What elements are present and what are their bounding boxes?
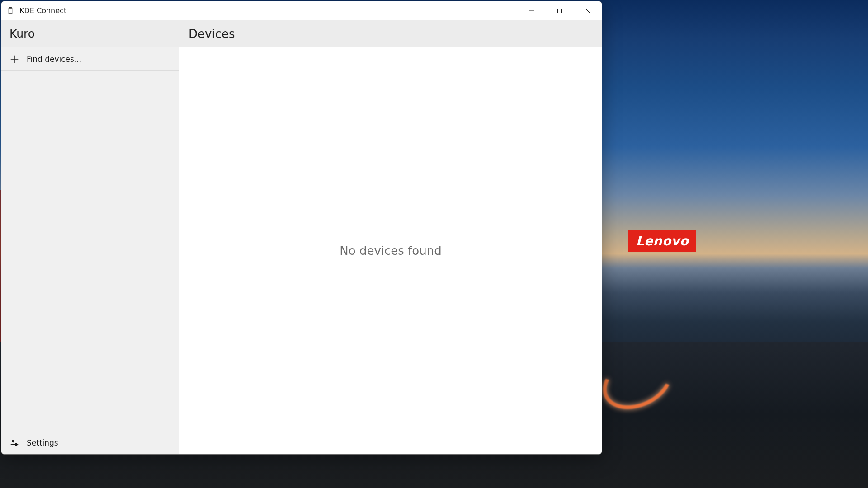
svg-point-12	[15, 443, 17, 445]
local-device-name: Kuro	[9, 27, 35, 40]
sidebar-header: Kuro	[1, 20, 179, 47]
main-panel: Devices No devices found	[179, 20, 602, 454]
main-header-title: Devices	[189, 27, 235, 41]
kde-connect-window: KDE Connect Kuro Fin	[1, 1, 602, 455]
devices-empty-state: No devices found	[340, 244, 441, 258]
find-devices-item[interactable]: Find devices...	[1, 47, 179, 71]
plus-icon	[9, 54, 19, 64]
settings-label: Settings	[27, 438, 58, 447]
lenovo-logo: Lenovo	[628, 230, 696, 252]
maximize-button[interactable]	[546, 1, 574, 20]
svg-rect-4	[558, 9, 562, 13]
titlebar[interactable]: KDE Connect	[1, 1, 602, 20]
close-button[interactable]	[574, 1, 602, 20]
app-icon	[6, 6, 15, 15]
minimize-button[interactable]	[518, 1, 546, 20]
window-title: KDE Connect	[19, 6, 66, 15]
svg-point-10	[12, 440, 14, 442]
sidebar: Kuro Find devices...	[1, 20, 179, 454]
devices-content-area: No devices found	[179, 47, 602, 454]
settings-item[interactable]: Settings	[1, 431, 179, 454]
main-header: Devices	[179, 20, 602, 47]
find-devices-label: Find devices...	[27, 55, 81, 64]
lenovo-logo-text: Lenovo	[636, 234, 689, 249]
settings-sliders-icon	[9, 438, 19, 448]
